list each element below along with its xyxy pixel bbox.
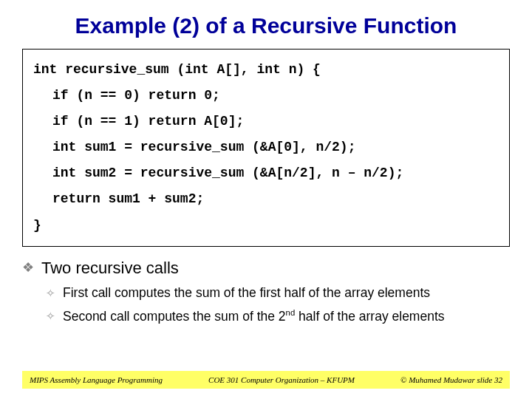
code-line-sig: int recursive_sum (int A[], int n) { bbox=[33, 57, 499, 83]
code-line-4: int sum2 = recursive_sum (&A[n/2], n – n… bbox=[33, 160, 499, 186]
bullet-sub-1-text: First call computes the sum of the first… bbox=[63, 285, 430, 301]
bullet-sub-2-a: Second call computes the sum of the 2 bbox=[63, 308, 286, 323]
footer-mid: COE 301 Computer Organization – KFUPM bbox=[163, 375, 400, 384]
code-block: int recursive_sum (int A[], int n) { if … bbox=[22, 49, 510, 247]
footer-left: MIPS Assembly Language Programming bbox=[30, 375, 163, 384]
footer-bar: MIPS Assembly Language Programming COE 3… bbox=[22, 371, 510, 389]
bullet-list: ❖ Two recursive calls ✧ First call compu… bbox=[22, 259, 510, 324]
footer-right: © Muhamed Mudawar slide 32 bbox=[400, 375, 502, 384]
diamond-open-icon: ✧ bbox=[46, 308, 55, 324]
bullet-main-text: Two recursive calls bbox=[41, 259, 179, 278]
bullet-main: ❖ Two recursive calls bbox=[22, 259, 510, 278]
code-line-5: return sum1 + sum2; bbox=[33, 186, 499, 212]
code-line-close: } bbox=[33, 213, 499, 239]
bullet-sub-1: ✧ First call computes the sum of the fir… bbox=[46, 285, 510, 301]
diamond-open-icon: ✧ bbox=[46, 285, 55, 301]
bullet-sub-2-text: Second call computes the sum of the 2nd … bbox=[63, 308, 445, 324]
bullet-sub-2: ✧ Second call computes the sum of the 2n… bbox=[46, 308, 510, 324]
bullet-sub-2-b: half of the array elements bbox=[295, 308, 444, 323]
code-line-3: int sum1 = recursive_sum (&A[0], n/2); bbox=[33, 134, 499, 160]
diamond-solid-icon: ❖ bbox=[22, 259, 34, 277]
superscript-nd: nd bbox=[286, 308, 296, 317]
code-line-2: if (n == 1) return A[0]; bbox=[33, 109, 499, 134]
slide-title: Example (2) of a Recursive Function bbox=[0, 0, 532, 49]
code-line-1: if (n == 0) return 0; bbox=[33, 83, 499, 109]
